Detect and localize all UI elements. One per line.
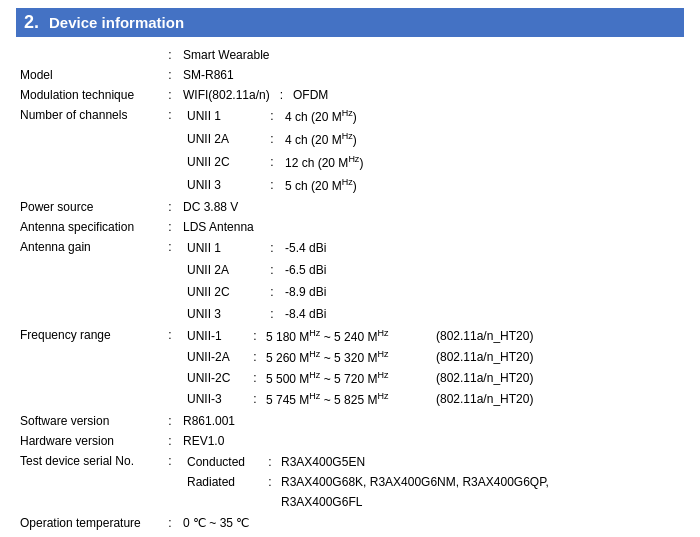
table-row: UNII 2C : 12 ch (20 MHz) — [16, 151, 684, 174]
table-row: UNII 3 : -8.4 dBi — [16, 303, 684, 325]
row-value: Smart Wearable — [179, 45, 684, 65]
table-row: Antenna gain : UNII 1 : -5.4 dBi — [16, 237, 684, 259]
row-colon: : — [161, 45, 179, 65]
row-value: WIFI(802.11a/n) : OFDM — [179, 85, 684, 105]
table-row: Frequency range : UNII-1 : 5 180 MHz ~ 5… — [16, 325, 684, 411]
row-label: Model — [16, 65, 161, 85]
table-row: Model : SM-R861 — [16, 65, 684, 85]
row-label: Number of channels — [16, 105, 161, 128]
row-label — [16, 45, 161, 65]
row-colon: : — [161, 85, 179, 105]
table-row: UNII 2A : 4 ch (20 MHz) — [16, 128, 684, 151]
row-colon: : — [161, 65, 179, 85]
table-row: Test device serial No. : Conducted : R3A… — [16, 451, 684, 513]
table-row: Operation temperature : 0 ℃ ~ 35 ℃ — [16, 513, 684, 533]
row-value: SM-R861 — [179, 65, 684, 85]
row-colon: : — [161, 105, 179, 128]
table-row: Modulation technique : WIFI(802.11a/n) :… — [16, 85, 684, 105]
table-row: Software version : R861.001 — [16, 411, 684, 431]
section2-header: 2. Device information — [16, 8, 684, 37]
table-row: UNII 2C : -8.9 dBi — [16, 281, 684, 303]
table-row: Antenna specification : LDS Antenna — [16, 217, 684, 237]
table-row: Hardware version : REV1.0 — [16, 431, 684, 451]
section2-num: 2. — [24, 12, 39, 33]
table-row: : Smart Wearable — [16, 45, 684, 65]
table-row: Number of channels : UNII 1 : 4 ch (20 M… — [16, 105, 684, 128]
section2-title: Device information — [49, 14, 184, 31]
row-label: Modulation technique — [16, 85, 161, 105]
table-row: Power source : DC 3.88 V — [16, 197, 684, 217]
row-value: UNII 1 : 4 ch (20 MHz) — [179, 105, 684, 128]
table-row: UNII 2A : -6.5 dBi — [16, 259, 684, 281]
table-row: UNII 3 : 5 ch (20 MHz) — [16, 174, 684, 197]
device-info-table: : Smart Wearable Model : SM-R861 Modulat… — [16, 45, 684, 533]
